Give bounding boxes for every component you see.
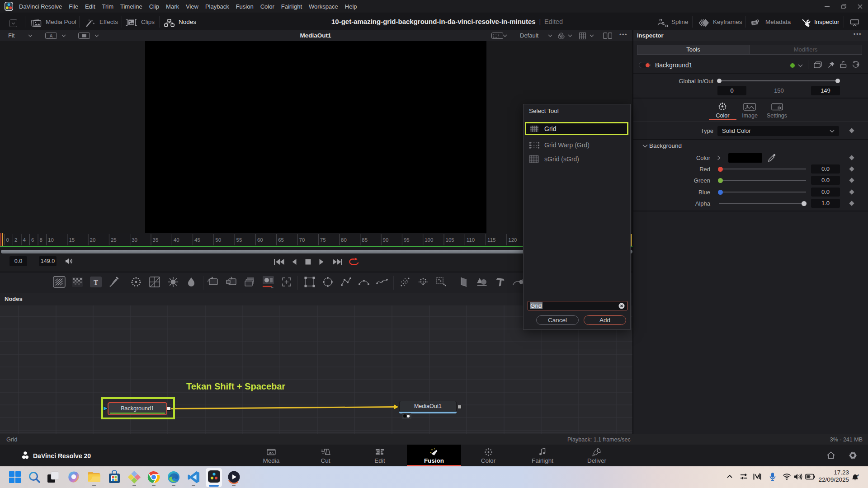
svg-text:70: 70 <box>299 237 305 243</box>
svg-text:65: 65 <box>278 237 284 243</box>
svg-text:T: T <box>94 279 98 286</box>
svg-text:90: 90 <box>383 237 389 243</box>
svg-text:85: 85 <box>362 237 368 243</box>
svg-text:80: 80 <box>341 237 347 243</box>
svg-text:20: 20 <box>90 237 96 243</box>
svg-text:10: 10 <box>48 237 54 243</box>
svg-text:120: 120 <box>508 237 517 243</box>
svg-text:115: 115 <box>487 237 495 243</box>
svg-text:6: 6 <box>31 237 34 243</box>
svg-text:95: 95 <box>404 237 410 243</box>
svg-text:15: 15 <box>69 237 75 243</box>
svg-text:8: 8 <box>40 237 42 243</box>
svg-text:z: z <box>858 474 859 476</box>
svg-text:110: 110 <box>467 237 475 243</box>
svg-text:60: 60 <box>257 237 263 243</box>
svg-text:2: 2 <box>14 237 17 243</box>
svg-text:75: 75 <box>320 237 326 243</box>
svg-text:25: 25 <box>111 237 117 243</box>
svg-text:40: 40 <box>174 237 179 243</box>
svg-text:A: A <box>50 33 53 38</box>
svg-text:30: 30 <box>132 237 137 243</box>
svg-text:50: 50 <box>215 237 221 243</box>
svg-text:100: 100 <box>425 237 433 243</box>
svg-text:55: 55 <box>236 237 242 243</box>
svg-text:4: 4 <box>23 237 26 243</box>
svg-text:45: 45 <box>194 237 200 243</box>
svg-text:35: 35 <box>153 237 159 243</box>
svg-text:105: 105 <box>446 237 454 243</box>
svg-text:0: 0 <box>6 237 9 243</box>
